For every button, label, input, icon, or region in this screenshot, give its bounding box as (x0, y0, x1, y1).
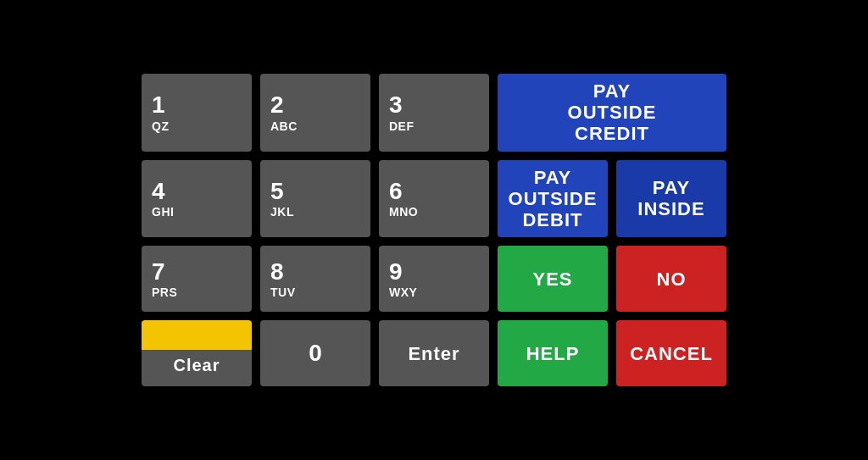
key-4-number: 4 (152, 178, 165, 205)
pay-outside-credit-label: PAYOUTSIDECREDIT (568, 80, 657, 145)
key-7[interactable]: 7 PRS (142, 246, 252, 312)
key-2-sub: ABC (270, 119, 298, 133)
key-6-number: 6 (389, 178, 403, 205)
key-5-number: 5 (270, 178, 284, 205)
key-3-number: 3 (389, 91, 403, 119)
help-label: HELP (526, 343, 580, 364)
key-3[interactable]: 3 DEF (379, 74, 489, 152)
pay-inside-label: PAYINSIDE (637, 177, 704, 220)
key-1-number: 1 (152, 91, 165, 119)
help-button[interactable]: HELP (498, 320, 608, 386)
clear-button[interactable]: Clear (142, 320, 252, 386)
keypad: 1 QZ 2 ABC 3 DEF PAYOUTSIDECREDIT 4 GHI … (125, 57, 743, 404)
cancel-button[interactable]: CANCEL (616, 320, 726, 386)
no-label: NO (657, 269, 687, 290)
key-8[interactable]: 8 TUV (260, 246, 370, 312)
yes-button[interactable]: YES (498, 246, 608, 312)
key-8-sub: TUV (270, 285, 296, 299)
key-1-sub: QZ (152, 119, 169, 133)
pay-outside-debit-button[interactable]: PAYOUTSIDEDEBIT (498, 160, 608, 238)
key-4-sub: GHI (152, 205, 174, 219)
key-9[interactable]: 9 WXY (379, 246, 489, 312)
key-5-sub: JKL (270, 205, 294, 219)
key-4[interactable]: 4 GHI (142, 160, 252, 238)
key-5[interactable]: 5 JKL (260, 160, 370, 238)
pay-outside-credit-button[interactable]: PAYOUTSIDECREDIT (498, 74, 726, 152)
key-2-number: 2 (270, 91, 284, 119)
enter-button[interactable]: Enter (379, 320, 489, 386)
pay-outside-debit-label: PAYOUTSIDEDEBIT (509, 167, 598, 231)
key-0[interactable]: 0 (260, 320, 370, 386)
enter-label: Enter (408, 343, 459, 364)
key-3-sub: DEF (389, 119, 415, 133)
key-7-sub: PRS (152, 285, 177, 299)
key-2[interactable]: 2 ABC (260, 74, 370, 152)
key-0-number: 0 (309, 340, 322, 367)
key-1[interactable]: 1 QZ (142, 74, 252, 152)
no-button[interactable]: NO (616, 246, 726, 312)
pay-inside-button[interactable]: PAYINSIDE (616, 160, 726, 238)
key-6-sub: MNO (389, 205, 418, 219)
key-9-sub: WXY (389, 285, 417, 299)
key-7-number: 7 (152, 258, 165, 285)
key-9-number: 9 (389, 258, 403, 285)
key-8-number: 8 (270, 258, 284, 285)
cancel-label: CANCEL (630, 343, 713, 364)
clear-label: Clear (173, 356, 220, 375)
key-6[interactable]: 6 MNO (379, 160, 489, 238)
yes-label: YES (532, 269, 572, 290)
